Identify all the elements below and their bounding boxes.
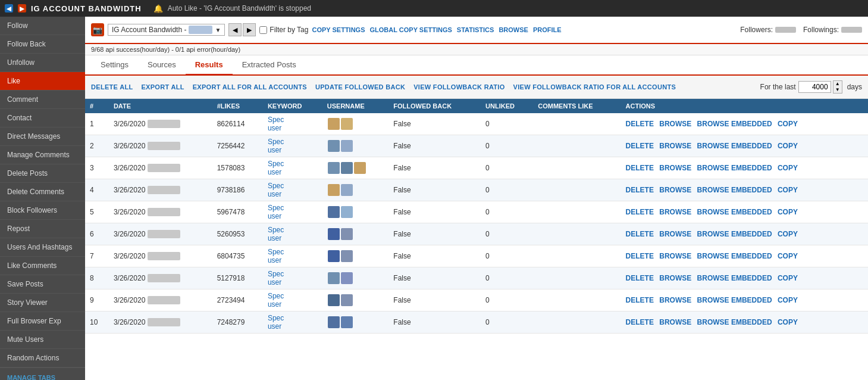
win-btn-back[interactable]: ◀ xyxy=(5,4,13,13)
browse-embedded-row-button[interactable]: BROWSE EMBEDDED xyxy=(697,274,772,282)
browse-embedded-row-button[interactable]: BROWSE EMBEDDED xyxy=(697,230,772,238)
delete-row-button[interactable]: DELETE xyxy=(626,296,654,304)
sidebar-item-users-and-hashtags[interactable]: Users And Hashtags xyxy=(0,238,85,257)
browse-row-button[interactable]: BROWSE xyxy=(659,274,691,282)
table-container: #DATE#LIKESKEYWORDUSERNAMEFOLLOWED BACKU… xyxy=(85,99,868,380)
browse-link[interactable]: BROWSE xyxy=(499,26,528,33)
browse-embedded-row-button[interactable]: BROWSE EMBEDDED xyxy=(697,252,772,260)
browse-embedded-row-button[interactable]: BROWSE EMBEDDED xyxy=(697,164,772,172)
days-input[interactable] xyxy=(798,81,831,93)
copy-row-button[interactable]: COPY xyxy=(778,120,798,128)
browse-row-button[interactable]: BROWSE xyxy=(659,252,691,260)
browse-embedded-row-button[interactable]: BROWSE EMBEDDED xyxy=(697,296,772,304)
followings-label: Followings: xyxy=(803,26,839,34)
browse-row-button[interactable]: BROWSE xyxy=(659,120,691,128)
copy-row-button[interactable]: COPY xyxy=(778,142,798,150)
sidebar-item-block-followers[interactable]: Block Followers xyxy=(0,201,85,220)
row-num: 6 xyxy=(85,223,109,245)
row-unliked: 0 xyxy=(481,245,533,267)
tab-sources[interactable]: Sources xyxy=(138,55,186,76)
sidebar-item-delete-posts[interactable]: Delete Posts xyxy=(0,164,85,183)
row-unliked: 0 xyxy=(481,179,533,201)
spinner-down-button[interactable]: ▼ xyxy=(833,87,842,93)
manage-tabs-button[interactable]: MANAGE TABS xyxy=(0,367,85,380)
delete-row-button[interactable]: DELETE xyxy=(626,274,654,282)
copy-row-button[interactable]: COPY xyxy=(778,274,798,282)
account-select[interactable]: IG Account Bandwidth - ▼ xyxy=(108,24,225,36)
sidebar-item-like-comments[interactable]: Like Comments xyxy=(0,257,85,275)
sidebar-item-direct-messages[interactable]: Direct Messages xyxy=(0,127,85,146)
browse-row-button[interactable]: BROWSE xyxy=(659,318,691,326)
win-btn-forward[interactable]: ▶ xyxy=(18,4,26,13)
browse-row-button[interactable]: BROWSE xyxy=(659,164,691,172)
row-username xyxy=(322,312,389,334)
browse-row-button[interactable]: BROWSE xyxy=(659,296,691,304)
row-keyword: Specuser xyxy=(263,201,322,223)
browse-row-button[interactable]: BROWSE xyxy=(659,142,691,150)
delete-row-button[interactable]: DELETE xyxy=(626,120,654,128)
sidebar-item-mute-users[interactable]: Mute Users xyxy=(0,331,85,349)
profile-link[interactable]: PROFILE xyxy=(533,26,562,33)
row-username xyxy=(322,267,389,289)
sidebar-item-repost[interactable]: Repost xyxy=(0,220,85,238)
copy-row-button[interactable]: COPY xyxy=(778,208,798,216)
copy-row-button[interactable]: COPY xyxy=(778,164,798,172)
global-copy-settings-link[interactable]: GLOBAL COPY SETTINGS xyxy=(370,26,452,33)
export-all-button[interactable]: EXPORT ALL xyxy=(141,83,184,91)
row-comments-like xyxy=(533,245,621,267)
tab-results[interactable]: Results xyxy=(186,55,233,76)
copy-row-button[interactable]: COPY xyxy=(778,252,798,260)
statistics-link[interactable]: STATISTICS xyxy=(457,26,494,33)
copy-settings-link[interactable]: COPY SETTINGS xyxy=(312,26,365,33)
sidebar-item-delete-comments[interactable]: Delete Comments xyxy=(0,183,85,201)
tab-settings[interactable]: Settings xyxy=(91,55,138,76)
sidebar-item-comment[interactable]: Comment xyxy=(0,91,85,109)
view-followback-ratio-button[interactable]: VIEW FOLLOWBACK RATIO xyxy=(413,83,504,91)
sidebar-item-manage-comments[interactable]: Manage Comments xyxy=(0,146,85,164)
sidebar-item-like[interactable]: Like xyxy=(0,72,85,91)
delete-row-button[interactable]: DELETE xyxy=(626,208,654,216)
sidebar-item-random-actions[interactable]: Random Actions xyxy=(0,349,85,367)
copy-row-button[interactable]: COPY xyxy=(778,296,798,304)
copy-row-button[interactable]: COPY xyxy=(778,186,798,194)
sidebar-item-contact[interactable]: Contact xyxy=(0,109,85,127)
delete-row-button[interactable]: DELETE xyxy=(626,230,654,238)
browse-row-button[interactable]: BROWSE xyxy=(659,230,691,238)
view-followback-ratio-all-button[interactable]: VIEW FOLLOWBACK RATIO FOR ALL ACCOUNTS xyxy=(513,83,676,91)
filter-by-tag-checkbox[interactable] xyxy=(259,26,267,34)
nav-next-button[interactable]: ▶ xyxy=(243,23,256,36)
browse-embedded-row-button[interactable]: BROWSE EMBEDDED xyxy=(697,318,772,326)
sidebar-item-follow-back[interactable]: Follow Back xyxy=(0,35,85,54)
row-date: 3/26/2020 xyxy=(109,267,212,289)
row-keyword: Specuser xyxy=(263,245,322,267)
browse-embedded-row-button[interactable]: BROWSE EMBEDDED xyxy=(697,186,772,194)
row-keyword: Specuser xyxy=(263,312,322,334)
delete-row-button[interactable]: DELETE xyxy=(626,186,654,194)
spinner: ▲ ▼ xyxy=(833,80,842,94)
sidebar-item-full-browser-exp[interactable]: Full Browser Exp xyxy=(0,312,85,331)
browse-row-button[interactable]: BROWSE xyxy=(659,186,691,194)
row-username xyxy=(322,135,389,157)
update-followed-back-button[interactable]: UPDATE FOLLOWED BACK xyxy=(315,83,405,91)
browse-embedded-row-button[interactable]: BROWSE EMBEDDED xyxy=(697,208,772,216)
sidebar-item-follow[interactable]: Follow xyxy=(0,17,85,35)
delete-row-button[interactable]: DELETE xyxy=(626,142,654,150)
browse-embedded-row-button[interactable]: BROWSE EMBEDDED xyxy=(697,120,772,128)
delete-row-button[interactable]: DELETE xyxy=(626,318,654,326)
browse-row-button[interactable]: BROWSE xyxy=(659,208,691,216)
sidebar-item-story-viewer[interactable]: Story Viewer xyxy=(0,294,85,312)
sidebar-item-save-posts[interactable]: Save Posts xyxy=(0,275,85,294)
copy-row-button[interactable]: COPY xyxy=(778,318,798,326)
nav-prev-button[interactable]: ◀ xyxy=(228,23,242,36)
delete-all-button[interactable]: DELETE ALL xyxy=(91,83,133,91)
export-all-accounts-button[interactable]: EXPORT ALL FOR ALL ACCOUNTS xyxy=(193,83,307,91)
delete-row-button[interactable]: DELETE xyxy=(626,164,654,172)
spinner-up-button[interactable]: ▲ xyxy=(833,81,842,87)
row-unliked: 0 xyxy=(481,201,533,223)
tab-extracted-posts[interactable]: Extracted Posts xyxy=(233,55,306,76)
days-label: days xyxy=(847,83,862,91)
copy-row-button[interactable]: COPY xyxy=(778,230,798,238)
sidebar-item-unfollow[interactable]: Unfollow xyxy=(0,54,85,72)
browse-embedded-row-button[interactable]: BROWSE EMBEDDED xyxy=(697,142,772,150)
delete-row-button[interactable]: DELETE xyxy=(626,252,654,260)
